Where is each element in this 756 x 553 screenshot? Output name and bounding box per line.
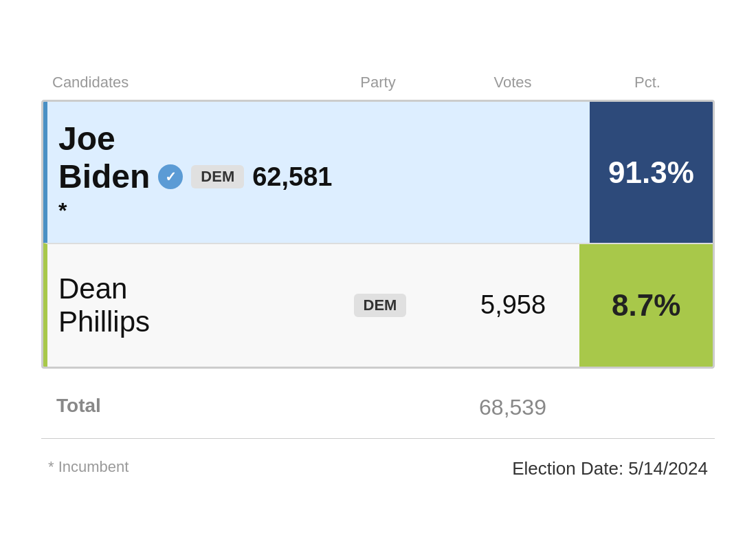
- biden-name-row: Biden DEM 62,581: [58, 159, 332, 195]
- table-header: Candidates Party Votes Pct.: [41, 74, 715, 100]
- winner-checkmark-icon: [158, 164, 183, 189]
- biden-pct-value: 91.3%: [608, 155, 694, 190]
- incumbent-note: * Incumbent: [48, 458, 129, 479]
- phillips-last-name: Phillips: [58, 305, 302, 338]
- biden-last-name: Biden: [58, 159, 150, 195]
- phillips-votes-cell: 5,958: [447, 244, 580, 367]
- biden-row: Joe Biden DEM 62,581 * 91.3%: [43, 102, 713, 243]
- biden-candidate-cell: Joe Biden DEM 62,581 *: [47, 102, 343, 243]
- footer-row: * Incumbent Election Date: 5/14/2024: [41, 446, 715, 479]
- election-results-container: Candidates Party Votes Pct. Joe Biden DE…: [41, 74, 715, 479]
- biden-pct-cell: 91.3%: [590, 102, 713, 243]
- total-row: Total 68,539: [41, 376, 715, 431]
- party-header: Party: [311, 74, 445, 91]
- total-votes: 68,539: [445, 395, 580, 420]
- pct-header: Pct.: [580, 74, 715, 91]
- biden-incumbent-marker: *: [58, 198, 332, 224]
- phillips-first-name: Dean: [58, 272, 302, 305]
- biden-first-name: Joe: [58, 121, 332, 158]
- results-table: Joe Biden DEM 62,581 * 91.3%: [41, 100, 715, 369]
- phillips-row: Dean Phillips DEM 5,958 8.7%: [43, 243, 713, 367]
- biden-party-cell: [343, 102, 466, 243]
- footer-divider: [41, 438, 715, 439]
- phillips-party-badge: DEM: [354, 294, 407, 317]
- election-date: Election Date: 5/14/2024: [512, 458, 708, 479]
- biden-votes-cell: [467, 102, 590, 243]
- total-label: Total: [41, 395, 311, 420]
- candidates-header: Candidates: [41, 74, 311, 91]
- phillips-pct-value: 8.7%: [612, 288, 680, 323]
- biden-votes-inline: 62,581: [252, 162, 332, 192]
- votes-header: Votes: [445, 74, 580, 91]
- phillips-candidate-cell: Dean Phillips: [47, 244, 313, 367]
- phillips-pct-cell: 8.7%: [579, 244, 713, 367]
- phillips-party-cell: DEM: [313, 244, 447, 367]
- biden-party-badge: DEM: [191, 165, 244, 188]
